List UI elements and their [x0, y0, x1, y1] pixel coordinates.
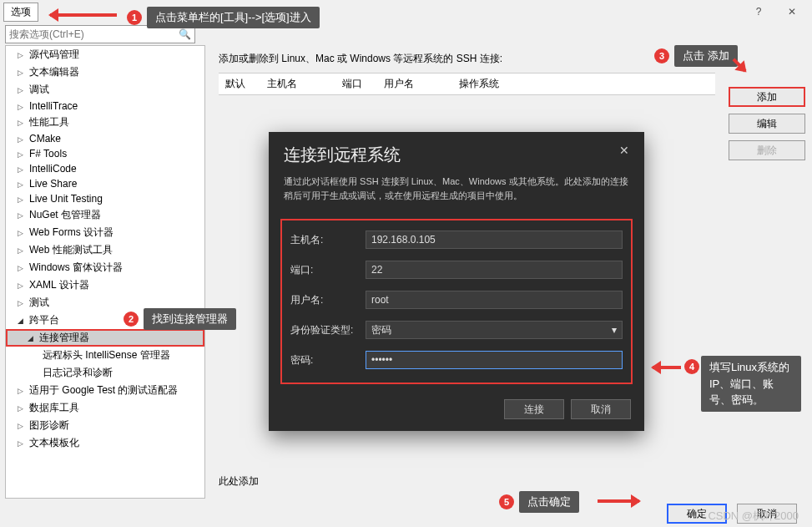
- tree-item[interactable]: 数据库工具: [6, 399, 204, 417]
- connect-remote-dialog: 连接到远程系统 ✕ 通过此对话框使用 SSH 连接到 Linux、Mac、Win…: [269, 132, 644, 431]
- anno-tip-1: 点击菜单栏的[工具]-->[选项]进入: [147, 7, 320, 28]
- ok-button[interactable]: 确定: [667, 504, 727, 524]
- close-icon[interactable]: ✕: [775, 6, 809, 18]
- tree-item[interactable]: IntelliCode: [6, 161, 204, 176]
- anno-tip-4: 填写Linux系统的IP、端口、账号、密码。: [701, 356, 801, 412]
- anno-badge-4: 4: [684, 359, 699, 374]
- tree-item[interactable]: CMake: [6, 131, 204, 146]
- auth-type-value: 密码: [371, 323, 391, 337]
- edit-button[interactable]: 编辑: [729, 114, 805, 134]
- tree-item[interactable]: NuGet 包管理器: [6, 206, 204, 224]
- label-port: 端口:: [290, 263, 366, 277]
- anno-badge-5: 5: [499, 494, 514, 509]
- tree-item[interactable]: Web Forms 设计器: [6, 224, 204, 241]
- anno-tip-3: 点击 添加: [674, 45, 738, 67]
- tree-item[interactable]: 适用于 Google Test 的测试适配器: [6, 382, 204, 399]
- label-host: 主机名:: [290, 233, 366, 247]
- dialog-title: 连接到远程系统: [284, 144, 401, 166]
- anno-badge-3: 3: [654, 48, 669, 63]
- delete-button[interactable]: 删除: [729, 140, 805, 160]
- search-input[interactable]: [9, 28, 179, 40]
- auth-type-select[interactable]: 密码 ▾: [366, 321, 623, 339]
- dialog-close-icon[interactable]: ✕: [619, 144, 629, 166]
- label-auth: 身份验证类型:: [290, 323, 366, 337]
- anno-badge-1: 1: [127, 10, 142, 25]
- anno-arrow-5: [598, 499, 639, 503]
- panel-description: 添加或删除到 Linux、Mac 或 Windows 等远程系统的 SSH 连接…: [219, 52, 715, 66]
- tree-item[interactable]: XAML 设计器: [6, 276, 204, 294]
- tree-item[interactable]: 源代码管理: [6, 46, 204, 63]
- tree-item[interactable]: IntelliTrace: [6, 99, 204, 114]
- host-input[interactable]: [366, 231, 623, 249]
- anno-arrow-1: [50, 13, 117, 17]
- dialog-cancel-button[interactable]: 取消: [571, 399, 631, 419]
- tree-item[interactable]: 图形诊断: [6, 417, 204, 434]
- options-tree[interactable]: 源代码管理 文本编辑器 调试 IntelliTrace 性能工具 CMake F…: [5, 45, 205, 499]
- col-user: 用户名: [377, 73, 452, 94]
- col-host: 主机名: [260, 73, 335, 94]
- chevron-down-icon: ▾: [612, 324, 617, 336]
- help-icon[interactable]: ?: [742, 6, 775, 18]
- anno-tip-2: 找到连接管理器: [144, 308, 236, 330]
- tree-item[interactable]: 性能工具: [6, 114, 204, 131]
- tree-item[interactable]: Web 性能测试工具: [6, 241, 204, 259]
- col-port: 端口: [335, 73, 377, 94]
- add-button[interactable]: 添加: [729, 87, 805, 107]
- port-input[interactable]: [366, 261, 623, 279]
- col-os: 操作系统: [452, 73, 715, 94]
- dialog-description: 通过此对话框使用 SSH 连接到 Linux、Mac、Windows 或其他系统…: [269, 170, 644, 212]
- connections-table-header: 默认 主机名 端口 用户名 操作系统: [219, 73, 715, 95]
- tree-item[interactable]: Live Unit Testing: [6, 191, 204, 206]
- tree-item[interactable]: F# Tools: [6, 146, 204, 161]
- tree-child[interactable]: 远程标头 IntelliSense 管理器: [6, 347, 204, 364]
- tree-child[interactable]: 日志记录和诊断: [6, 364, 204, 382]
- tree-item[interactable]: 文本模板化: [6, 434, 204, 452]
- anno-badge-2: 2: [124, 312, 139, 327]
- options-title-tab: 选项: [3, 3, 38, 22]
- remote-form: 主机名: 端口: 用户名: 身份验证类型: 密码 ▾ 密码:: [280, 219, 633, 384]
- label-password: 密码:: [290, 353, 366, 367]
- tree-item[interactable]: Windows 窗体设计器: [6, 259, 204, 276]
- tree-item[interactable]: Live Share: [6, 176, 204, 191]
- anno-tip-5: 点击确定: [519, 491, 579, 513]
- tree-item-connection-manager[interactable]: 连接管理器: [6, 329, 204, 347]
- tree-item[interactable]: 调试: [6, 81, 204, 99]
- connect-button[interactable]: 连接: [504, 399, 564, 419]
- col-default: 默认: [219, 73, 260, 94]
- anno-arrow-4: [653, 366, 681, 369]
- search-icon: 🔍: [179, 28, 191, 40]
- cancel-button[interactable]: 取消: [737, 504, 797, 524]
- user-input[interactable]: [366, 291, 623, 309]
- tree-item[interactable]: 文本编辑器: [6, 63, 204, 81]
- footer-text: 此处添加: [219, 474, 259, 489]
- label-user: 用户名:: [290, 293, 366, 307]
- password-input[interactable]: [366, 351, 623, 369]
